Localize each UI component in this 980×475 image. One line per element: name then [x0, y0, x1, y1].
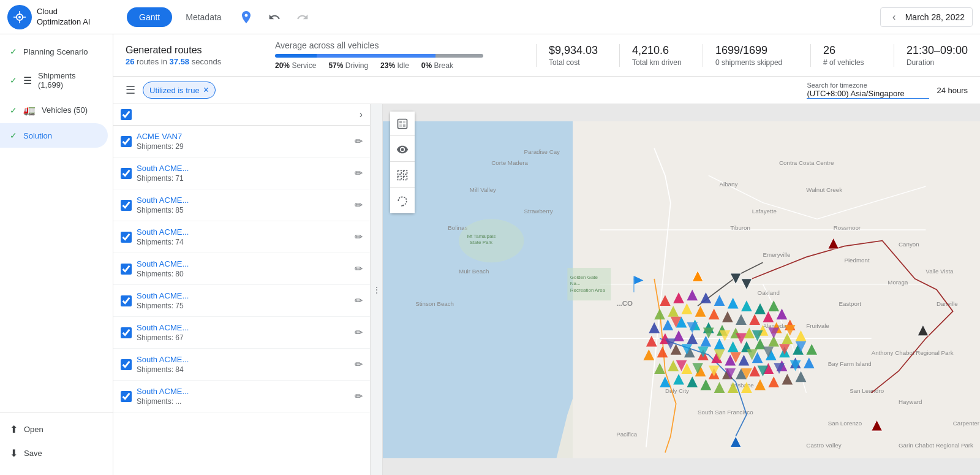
save-action[interactable]: ⬇ Save [10, 441, 103, 465]
vehicle-edit-button[interactable]: ✏ [355, 327, 363, 338]
vehicle-info: South ACME... Shipments: 75 [137, 291, 350, 310]
undo-button[interactable] [263, 6, 285, 28]
filter-chip-close[interactable]: × [203, 85, 209, 96]
open-action[interactable]: ⬆ Open [10, 417, 103, 441]
vehicle-shipments: Shipments: 67 [137, 333, 350, 342]
vehicles-count-block: 26 # of vehicles [810, 44, 884, 67]
vehicle-edit-button[interactable]: ✏ [355, 135, 363, 147]
svg-rect-172 [398, 176, 402, 180]
vehicle-edit-button[interactable]: ✏ [355, 295, 363, 306]
vehicle-checkbox[interactable] [121, 391, 132, 402]
select-all-checkbox[interactable] [121, 109, 132, 120]
vehicle-edit-button[interactable]: ✏ [355, 263, 363, 275]
shipments-value: 1699/1699 [715, 44, 801, 57]
vehicle-list-panel: › ACME VAN7 Shipments: 29 ✏ South ACME..… [113, 104, 371, 475]
vehicle-checkbox[interactable] [121, 136, 132, 147]
svg-text:Contra Costa Centre: Contra Costa Centre [779, 159, 834, 166]
sidebar-item-solution[interactable]: ✓ Solution [0, 123, 108, 148]
vehicles-icon: 🚛 [23, 104, 36, 116]
map-select-button[interactable] [390, 163, 415, 188]
svg-text:Mill Valley: Mill Valley [470, 186, 496, 193]
vehicle-edit-button[interactable]: ✏ [355, 199, 363, 211]
svg-rect-173 [404, 176, 407, 180]
filter-chip-label: Utilized is true [149, 86, 200, 95]
map-lasso-button[interactable] [390, 189, 415, 213]
svg-text:Rossmoor: Rossmoor [834, 224, 861, 231]
sidebar-item-vehicles[interactable]: ✓ 🚛 Vehicles (50) [0, 97, 113, 123]
check-icon-shipments: ✓ [10, 75, 17, 85]
vehicle-name: South ACME... [137, 323, 350, 332]
vehicle-name: South ACME... [137, 387, 350, 396]
check-icon-vehicles: ✓ [10, 105, 17, 115]
stats-bar: Generated routes 26 routes in 37.58 seco… [113, 34, 980, 77]
filter-chip-utilized[interactable]: Utilized is true × [143, 82, 216, 99]
vehicle-checkbox[interactable] [121, 200, 132, 211]
vehicle-list-item: South ACME... Shipments: 85 ✏ [113, 189, 370, 221]
date-prev-button[interactable]: ‹ [888, 12, 900, 23]
map-svg: Corte Madera Mill Valley Paradise Cay Bo… [383, 104, 980, 475]
filter-icon[interactable]: ☰ [126, 83, 135, 97]
panel-collapse-handle[interactable]: ⋮ [371, 104, 383, 475]
svg-text:Corte Madera: Corte Madera [491, 159, 528, 166]
total-cost-label: Total cost [549, 58, 609, 67]
map-visibility-button[interactable] [390, 137, 415, 162]
bar-idle [435, 54, 483, 58]
svg-text:Moraga: Moraga [888, 279, 908, 286]
bar-service [275, 54, 317, 58]
seconds-value: 37.58 [170, 57, 190, 66]
sidebar: ✓ Planning Scenario ✓ ☰ Shipments (1,699… [0, 34, 113, 475]
vehicle-edit-button[interactable]: ✏ [355, 390, 363, 402]
svg-text:Bay Farm Island: Bay Farm Island [828, 360, 872, 367]
svg-rect-165 [398, 119, 407, 128]
sidebar-item-shipments[interactable]: ✓ ☰ Shipments (1,699) [0, 64, 113, 97]
svg-text:Eastport: Eastport [839, 300, 862, 307]
vehicle-edit-button[interactable]: ✏ [355, 167, 363, 179]
total-km-label: Total km driven [632, 58, 693, 67]
metadata-tab[interactable]: Metadata [178, 7, 228, 27]
svg-text:Walnut Creek: Walnut Creek [806, 186, 842, 193]
vehicle-checkbox[interactable] [121, 327, 132, 338]
vehicle-edit-button[interactable]: ✏ [355, 231, 363, 243]
hours-label: 24 hours [937, 86, 968, 95]
redo-button[interactable] [292, 6, 314, 28]
timezone-input[interactable] [807, 89, 929, 99]
vehicle-info: South ACME... Shipments: 85 [137, 196, 350, 215]
sidebar-item-planning-scenario[interactable]: ✓ Planning Scenario [0, 39, 113, 64]
generated-routes-title: Generated routes [126, 45, 260, 56]
vehicle-checkbox[interactable] [121, 359, 132, 370]
vehicle-list-item: South ACME... Shipments: 80 ✏ [113, 253, 370, 285]
total-km-block: 4,210.6 Total km driven [619, 44, 693, 67]
vehicle-edit-button[interactable]: ✏ [355, 359, 363, 370]
svg-text:Carpenter: Carpenter [953, 420, 980, 427]
logo-area: Cloud Optimization AI [7, 5, 121, 29]
vehicles-count-value: 26 [823, 44, 884, 57]
sidebar-nav: ✓ Planning Scenario ✓ ☰ Shipments (1,699… [0, 34, 113, 412]
total-cost-block: $9,934.03 Total cost [536, 44, 609, 67]
gantt-tab[interactable]: Gantt [127, 7, 172, 27]
svg-text:Albany: Albany [720, 181, 738, 188]
shipments-block: 1699/1699 0 shipments skipped [703, 44, 801, 67]
sidebar-label-planning: Planning Scenario [23, 47, 88, 56]
sidebar-bottom: ⬆ Open ⬇ Save [0, 412, 113, 475]
svg-rect-167 [403, 121, 405, 123]
vehicle-checkbox[interactable] [121, 232, 132, 243]
top-bar: Cloud Optimization AI Gantt Metadata ‹ M… [0, 0, 980, 34]
svg-rect-161 [634, 276, 635, 292]
vehicle-checkbox[interactable] [121, 168, 132, 179]
vehicle-shipments: Shipments: 75 [137, 302, 350, 310]
timezone-section: Search for timezone 24 hours [807, 82, 968, 99]
avg-percentages: 20% Service 57% Driving 23% Idle 0% Brea… [275, 61, 526, 70]
svg-rect-171 [404, 170, 407, 174]
save-label: Save [24, 449, 42, 458]
vehicle-info: South ACME... Shipments: ... [137, 387, 350, 406]
svg-text:Paradise Cay: Paradise Cay [524, 148, 560, 155]
vehicle-checkbox[interactable] [121, 295, 132, 306]
progress-bar [275, 54, 483, 58]
collapse-panel-button[interactable]: › [360, 109, 363, 120]
svg-text:Mt Tamalpais: Mt Tamalpais [467, 234, 496, 239]
map-pin-button[interactable] [235, 6, 257, 28]
vehicle-checkbox[interactable] [121, 264, 132, 275]
svg-text:Strawberry: Strawberry [524, 208, 552, 215]
map-satellite-button[interactable] [390, 112, 415, 136]
generated-routes-section: Generated routes 26 routes in 37.58 seco… [126, 45, 260, 66]
